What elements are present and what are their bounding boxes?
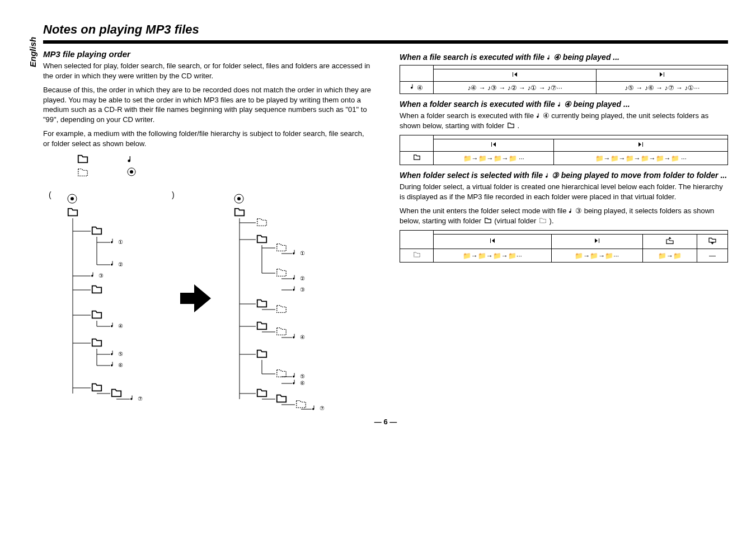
svg-text:⑤: ⑤ bbox=[300, 373, 305, 380]
svg-text:): ) bbox=[172, 190, 175, 199]
table-cell: — bbox=[697, 249, 728, 263]
folder-dashed-icon bbox=[412, 251, 422, 259]
svg-point-32 bbox=[237, 197, 241, 200]
folder-up-icon bbox=[665, 236, 675, 245]
svg-point-5 bbox=[71, 197, 74, 200]
folder-select-title: When folder select is selected with file… bbox=[400, 171, 728, 180]
file-search-table: ④ ♪④ → ♪③ → ♪② → ♪① → ♪⑦··· ♪⑤ → ♪⑥ → ♪⑦… bbox=[400, 65, 728, 94]
next-icon bbox=[656, 71, 668, 78]
svg-text:⑦: ⑦ bbox=[320, 405, 325, 410]
svg-text:⑥: ⑥ bbox=[118, 362, 123, 368]
table-cell: ♪⑤ → ♪⑥ → ♪⑦ → ♪①··· bbox=[597, 82, 728, 94]
svg-text:①: ① bbox=[300, 250, 305, 256]
heading-rule bbox=[43, 40, 728, 44]
table-cell: 📁→📁→📁→📁 ··· bbox=[434, 152, 554, 165]
svg-text:③: ③ bbox=[300, 287, 305, 293]
folder-icon bbox=[483, 217, 492, 224]
note-icon bbox=[547, 54, 553, 61]
svg-text:②: ② bbox=[300, 275, 305, 282]
folder-dashed-icon bbox=[538, 217, 547, 224]
svg-text:③: ③ bbox=[98, 273, 104, 279]
left-p3: For example, a medium with the following… bbox=[43, 129, 372, 148]
language-tab: English bbox=[28, 22, 37, 67]
svg-text:⑦: ⑦ bbox=[138, 396, 143, 402]
table-cell: 📁→📁 bbox=[642, 249, 697, 263]
folder-select-body2: When the unit enters the folder select m… bbox=[400, 206, 728, 226]
table-cell: 📁→📁→📁→📁··· bbox=[434, 249, 552, 263]
prev-icon bbox=[509, 71, 520, 78]
next-icon bbox=[635, 141, 646, 148]
note-icon bbox=[557, 101, 564, 108]
svg-text:①: ① bbox=[118, 239, 123, 245]
svg-point-1 bbox=[130, 170, 133, 174]
svg-text:(: ( bbox=[49, 190, 51, 199]
folder-search-body: When a folder search is executed with fi… bbox=[400, 111, 728, 130]
file-search-title: When a file search is executed with file… bbox=[400, 53, 728, 62]
folder-icon bbox=[412, 153, 422, 161]
hierarchy-diagram: ( ) ① ② bbox=[43, 153, 372, 412]
page-number: — 6 — bbox=[43, 418, 728, 426]
folder-search-title: When a folder search is executed with fi… bbox=[400, 100, 728, 109]
prev-icon bbox=[487, 237, 498, 244]
note-icon bbox=[569, 208, 575, 214]
mp3-order-heading: MP3 file playing order bbox=[43, 49, 372, 59]
next-icon bbox=[591, 237, 603, 244]
table-cell: 📁→📁→📁··· bbox=[551, 249, 642, 263]
table-cell: 📁→📁→📁→📁→📁→📁 ··· bbox=[554, 152, 728, 165]
note-icon bbox=[545, 172, 552, 179]
note-icon bbox=[536, 113, 543, 119]
prev-icon bbox=[488, 141, 499, 148]
svg-text:④: ④ bbox=[118, 323, 123, 329]
folder-down-icon bbox=[707, 236, 717, 245]
svg-text:⑥: ⑥ bbox=[300, 380, 305, 386]
main-heading: Notes on playing MP3 files bbox=[43, 22, 728, 39]
svg-marker-30 bbox=[180, 284, 211, 312]
svg-text:⑤: ⑤ bbox=[118, 351, 123, 357]
folder-search-table: 📁→📁→📁→📁 ··· 📁→📁→📁→📁→📁→📁 ··· bbox=[400, 135, 728, 165]
table-cell: ♪④ → ♪③ → ♪② → ♪① → ♪⑦··· bbox=[434, 82, 597, 94]
folder-icon bbox=[506, 121, 515, 129]
note-icon bbox=[410, 83, 417, 90]
left-p2: Because of this, the order in which they… bbox=[43, 85, 372, 124]
folder-select-table: 📁→📁→📁→📁··· 📁→📁→📁··· 📁→📁 — bbox=[400, 230, 728, 263]
left-p1: When selected for play, folder search, f… bbox=[43, 61, 372, 81]
svg-text:④: ④ bbox=[300, 334, 305, 340]
folder-select-body1: During folder select, a virtual folder i… bbox=[400, 182, 728, 202]
svg-text:②: ② bbox=[118, 261, 123, 268]
